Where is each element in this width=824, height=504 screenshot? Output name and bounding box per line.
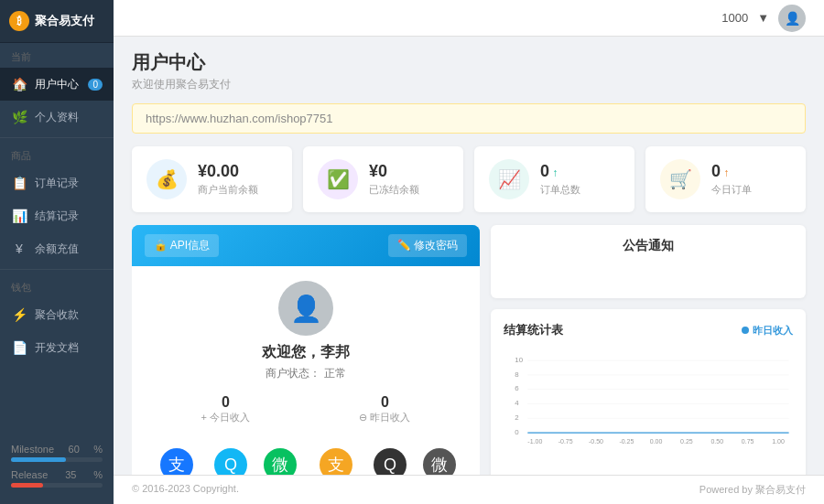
wechat-yesterday-icon: 微 [423,448,456,475]
order-count-stat-icon: 📈 [489,159,529,199]
sidebar-item-settlement[interactable]: 📊 结算记录 [0,199,114,232]
svg-text:0.00: 0.00 [650,438,663,445]
svg-text:10: 10 [515,356,523,364]
sidebar-item-label: 结算记录 [35,209,79,224]
sidebar-item-orders[interactable]: 📋 订单记录 [0,166,114,199]
notice-title: 公告通知 [504,238,793,254]
chart-card: 结算统计表 昨日收入 10 8 6 [491,309,806,475]
today-income-label: + 今日收入 [201,411,250,424]
chart-svg: 10 8 6 4 2 0 [504,346,793,456]
user-avatar: 👤 [278,281,333,336]
release-label: Release 35 % [11,469,103,480]
order-count-value: 0 ↑ [540,162,620,181]
svg-text:-0.25: -0.25 [619,438,634,445]
alipay-today-icon: 支 [160,448,193,475]
alipay-yesterday-icon: 支 [320,448,352,475]
nav-section-label: 当前 [0,43,114,68]
product-section-label: 商品 [0,142,114,166]
svg-text:-0.75: -0.75 [558,438,573,445]
frozen-stat-info: ¥0 已冻结余额 [369,162,449,197]
top-header: 1000 ▼ 👤 [114,0,824,37]
balance-value: ¥0.00 [198,162,277,181]
points-dropdown-icon[interactable]: ▼ [757,11,769,25]
aggregate-icon: ⚡ [11,306,27,323]
settlement-icon: 📊 [11,208,27,224]
wechat-today-icon: 微 [264,448,297,475]
avatar[interactable]: 👤 [778,5,806,32]
frozen-label: 已冻结余额 [369,183,449,197]
sidebar-item-label: 个人资料 [35,110,79,125]
balance-icon: ¥ [11,241,27,257]
sidebar-item-label: 用户中心 [35,77,79,92]
balance-stat-info: ¥0.00 商户当前余额 [198,162,277,197]
order-count-stat-info: 0 ↑ 订单总数 [540,162,620,197]
qq-today-icon: Q [214,448,247,475]
home-icon: 🏠 [11,76,27,92]
footer-powered-by: Powered by 聚合易支付 [699,483,806,497]
sidebar-item-devdocs[interactable]: 📄 开发文档 [0,331,114,364]
frozen-value: ¥0 [369,162,449,181]
user-status: 商户状态： 正常 [146,366,465,381]
sidebar-item-aggregate[interactable]: ⚡ 聚合收款 [0,298,114,331]
balance-stat-icon: 💰 [146,159,187,199]
change-password-button[interactable]: ✏️ 修改密码 [388,234,467,257]
sidebar-item-profile[interactable]: 🌿 个人资料 [0,101,114,134]
today-orders-stat-info: 0 ↑ 今日订单 [711,162,791,197]
orders-icon: 📋 [11,175,27,191]
header-right: 1000 ▼ 👤 [721,5,806,32]
page-subtitle: 欢迎使用聚合易支付 [132,77,806,92]
app-name: 聚合易支付 [35,13,94,29]
notice-card: 公告通知 [491,225,806,298]
sidebar-item-label: 开发文档 [35,340,79,356]
today-orders-stat-icon: 🛒 [660,159,700,199]
sidebar: ₿ 聚合易支付 当前 🏠 用户中心 0 🌿 个人资料 商品 📋 订单记录 📊 结… [0,0,114,504]
content-area: 用户中心 欢迎使用聚合易支付 https://www.huzhan.com/is… [114,37,824,475]
svg-text:0.25: 0.25 [680,438,693,445]
yesterday-income-value: 0 [359,394,410,411]
payment-item-alipay-today: 支 0 今日支付宝 [154,448,200,475]
svg-text:4: 4 [515,399,519,407]
sidebar-item-balance[interactable]: ¥ 余额充值 [0,232,114,265]
bottom-row: 🔒 API信息 ✏️ 修改密码 👤 欢迎您，李邦 商户状态： 正常 [132,225,806,475]
stat-card-balance: 💰 ¥0.00 商户当前余额 [132,146,292,212]
chart-legend: 昨日收入 [742,324,793,338]
milestone-progress-fill [11,457,66,462]
user-points: 1000 [721,11,748,25]
today-income-stat: 0 + 今日收入 [201,394,250,424]
milestone-label: Milestone 60 % [11,444,103,455]
payment-item-wechat-today: 微 0 今日微信 [262,448,298,475]
tools-section-label: 钱包 [0,273,114,298]
today-orders-value: 0 ↑ [711,162,791,181]
sidebar-item-label: 订单记录 [35,176,79,191]
page-title-section: 用户中心 欢迎使用聚合易支付 [132,50,806,92]
svg-text:-0.50: -0.50 [589,438,603,445]
milestone-progress-bg [11,457,103,462]
legend-dot [742,327,749,334]
divider-1 [0,137,114,138]
logo-icon: ₿ [9,11,29,31]
payment-item-alipay-yesterday: 支 0 昨日支付宝 [313,448,359,475]
sidebar-item-label: 余额充值 [35,241,79,257]
announcement-text: https://www.huzhan.com/ishop7751 [146,112,333,125]
footer-copyright: © 2016-2023 Copyright. [132,483,239,497]
release-progress-bg [11,483,103,488]
sidebar-item-user-center[interactable]: 🏠 用户中心 0 [0,68,114,101]
svg-text:8: 8 [515,370,519,379]
balance-label: 商户当前余额 [198,183,277,197]
release-progress-fill [11,483,43,488]
svg-text:0.75: 0.75 [742,438,754,445]
chart-title: 结算统计表 昨日收入 [504,322,793,338]
payment-item-wechat-yesterday: 微 0 昨日微信 [421,448,458,475]
devdocs-icon: 📄 [11,339,27,356]
app-container: ₿ 聚合易支付 当前 🏠 用户中心 0 🌿 个人资料 商品 📋 订单记录 📊 结… [0,0,824,504]
sidebar-item-label: 聚合收款 [35,307,79,323]
yesterday-income-stat: 0 ⊖ 昨日收入 [359,394,410,424]
payment-icons-row: 支 0 今日支付宝 Q 0 今日QQ 微 0 [146,439,465,475]
stat-card-today-orders: 🛒 0 ↑ 今日订单 [645,146,806,212]
user-card-header: 🔒 API信息 ✏️ 修改密码 [132,225,480,266]
svg-text:0.50: 0.50 [710,438,723,445]
profile-icon: 🌿 [11,109,27,125]
svg-text:1.00: 1.00 [772,438,785,445]
api-info-button[interactable]: 🔒 API信息 [145,234,219,257]
sidebar-logo: ₿ 聚合易支付 [0,0,114,43]
